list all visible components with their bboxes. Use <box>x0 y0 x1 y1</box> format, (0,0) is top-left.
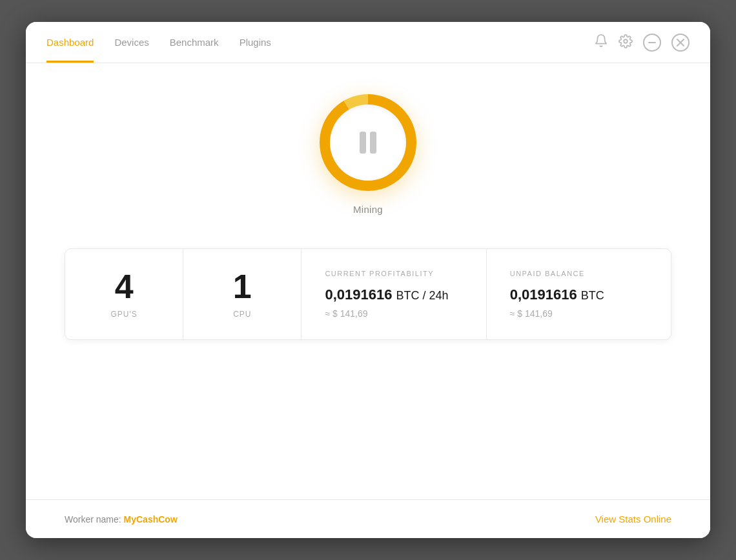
cpu-stat-card: 1 CPU <box>183 249 302 339</box>
tab-plugins[interactable]: Plugins <box>240 22 271 63</box>
gpu-count: 4 <box>115 270 134 303</box>
gpu-label: GPU'S <box>110 310 137 319</box>
pause-bar-left <box>360 132 366 154</box>
svg-point-0 <box>624 39 628 43</box>
footer: Worker name: MyCashCow View Stats Online <box>26 499 710 538</box>
pause-icon <box>360 132 376 154</box>
gpu-stat-card: 4 GPU'S <box>65 249 183 339</box>
profitability-usd: ≈ $ 141,69 <box>325 308 367 319</box>
bell-svg <box>594 34 608 48</box>
worker-prefix: Worker name: <box>65 514 124 525</box>
worker-info: Worker name: MyCashCow <box>65 514 178 525</box>
stats-row: 4 GPU'S 1 CPU CURRENT PROFITABILITY 0,01… <box>65 248 671 340</box>
profitability-section-label: CURRENT PROFITABILITY <box>325 270 434 277</box>
cpu-label: CPU <box>233 310 251 319</box>
pause-bar-right <box>370 132 376 154</box>
worker-name: MyCashCow <box>124 514 178 525</box>
unpaid-btc-number: 0,0191616 <box>510 286 577 303</box>
unpaid-section-label: UNPAID BALANCE <box>510 270 585 277</box>
profitability-btc-number: 0,0191616 <box>325 286 392 303</box>
profitability-btc-unit: BTC / 24h <box>396 289 449 302</box>
main-content: Mining 4 GPU'S 1 CPU CURRENT PROFITABILI… <box>26 63 710 499</box>
notifications-icon[interactable] <box>594 34 608 51</box>
unpaid-btc: 0,0191616 BTC <box>510 286 604 303</box>
mining-section: Mining <box>320 94 416 215</box>
app-window: Dashboard Devices Benchmark Plugins <box>26 22 710 538</box>
profitability-card: CURRENT PROFITABILITY 0,0191616 BTC / 24… <box>302 249 486 339</box>
window-controls <box>594 34 690 52</box>
unpaid-balance-card: UNPAID BALANCE 0,0191616 BTC ≈ $ 141,69 <box>487 249 671 339</box>
tab-devices[interactable]: Devices <box>114 22 148 63</box>
nav-tabs: Dashboard Devices Benchmark Plugins <box>46 22 271 63</box>
minimize-button[interactable] <box>643 34 661 52</box>
title-bar: Dashboard Devices Benchmark Plugins <box>26 22 710 63</box>
mining-button-inner <box>330 105 406 181</box>
mining-status-label: Mining <box>353 204 383 215</box>
mining-toggle-button[interactable] <box>320 94 416 191</box>
settings-icon[interactable] <box>618 34 633 51</box>
profitability-btc: 0,0191616 BTC / 24h <box>325 286 448 303</box>
cpu-count: 1 <box>233 270 252 303</box>
view-stats-link[interactable]: View Stats Online <box>595 514 671 525</box>
close-button[interactable] <box>671 34 690 52</box>
unpaid-usd: ≈ $ 141,69 <box>510 308 553 319</box>
tab-dashboard[interactable]: Dashboard <box>46 22 94 63</box>
unpaid-btc-unit: BTC <box>581 289 604 302</box>
tab-benchmark[interactable]: Benchmark <box>170 22 219 63</box>
